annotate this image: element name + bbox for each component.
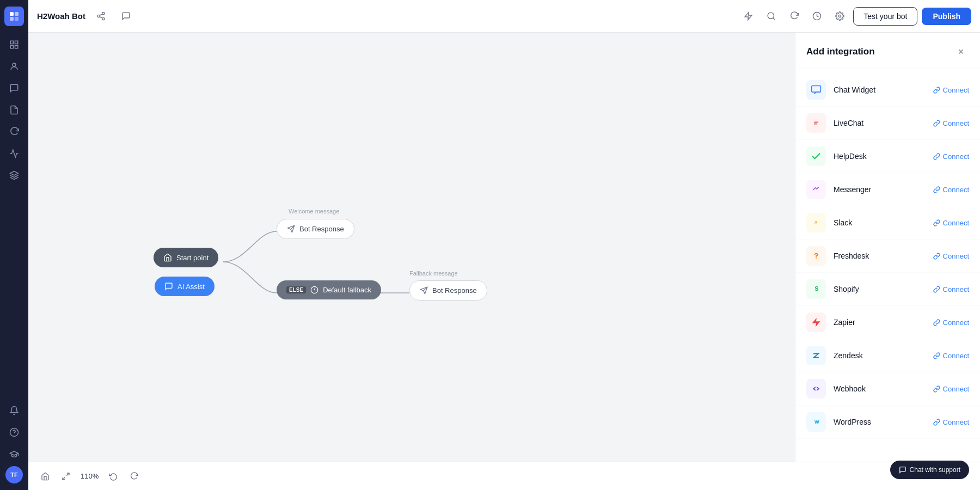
messenger-name: Messenger <box>834 185 926 194</box>
lightning-icon-button[interactable] <box>739 7 757 26</box>
integration-item-zapier[interactable]: Zapier Connect <box>795 306 980 339</box>
chat-icon-button[interactable] <box>117 7 136 26</box>
shopify-name: Shopify <box>834 285 926 293</box>
svg-line-44 <box>66 473 69 476</box>
svg-rect-4 <box>10 41 13 44</box>
sidebar-item-notifications[interactable] <box>4 401 24 420</box>
sidebar-item-contacts[interactable] <box>4 100 24 120</box>
sidebar-item-learn[interactable] <box>4 444 24 464</box>
svg-point-20 <box>838 15 841 17</box>
node-start-point[interactable]: Start point <box>154 248 218 267</box>
topbar: H2Woah Bot Test your bot Publish <box>28 0 980 33</box>
webhook-name: Webhook <box>834 384 926 393</box>
chat-widget-name: Chat Widget <box>834 85 926 94</box>
freshdesk-connect-button[interactable]: Connect <box>933 252 969 260</box>
svg-line-45 <box>63 477 65 480</box>
sidebar-item-dashboard[interactable] <box>4 35 24 54</box>
svg-point-8 <box>13 63 16 66</box>
integration-list: Chat Widget Connect LiveChat Connect <box>795 69 980 462</box>
integration-item-messenger[interactable]: Messenger Connect <box>795 173 980 206</box>
flow-connections <box>28 33 795 462</box>
zapier-name: Zapier <box>834 318 926 327</box>
slack-connect-button[interactable]: Connect <box>933 219 969 227</box>
node-bot-response-2[interactable]: Bot Response <box>409 280 487 301</box>
flow-icon-button[interactable] <box>92 7 111 26</box>
sidebar-item-analytics[interactable] <box>4 144 24 163</box>
livechat-icon <box>806 113 826 133</box>
sidebar-item-conversations[interactable] <box>4 78 24 98</box>
flow-canvas[interactable]: Welcome message Fallback message Start p… <box>28 33 795 462</box>
livechat-name: LiveChat <box>834 119 926 127</box>
integration-item-shopify[interactable]: S Shopify Connect <box>795 273 980 306</box>
wordpress-icon: W <box>806 412 826 432</box>
integration-item-helpdesk[interactable]: HelpDesk Connect <box>795 140 980 173</box>
undo-button[interactable] <box>105 468 121 485</box>
svg-text:#: # <box>814 220 817 225</box>
helpdesk-connect-button[interactable]: Connect <box>933 152 969 161</box>
sidebar-item-integrations[interactable] <box>4 166 24 185</box>
node-ai-assist[interactable]: AI Assist <box>155 277 215 296</box>
freshdesk-icon <box>806 246 826 266</box>
svg-point-17 <box>768 13 774 19</box>
svg-rect-7 <box>15 46 18 48</box>
zapier-icon <box>806 313 826 332</box>
svg-line-14 <box>100 17 102 19</box>
integration-item-zendesk[interactable]: Zendesk Connect <box>795 339 980 372</box>
svg-rect-0 <box>10 12 14 16</box>
chat-widget-connect-button[interactable]: Connect <box>933 86 969 94</box>
integration-item-slack[interactable]: # Slack Connect <box>795 206 980 240</box>
chat-support-button[interactable]: Chat with support <box>890 461 969 479</box>
main-content: H2Woah Bot Test your bot Publish <box>28 0 980 490</box>
expand-icon-button[interactable] <box>58 468 74 485</box>
cursor-icon-button[interactable] <box>785 7 803 26</box>
integration-item-livechat[interactable]: LiveChat Connect <box>795 107 980 140</box>
wordpress-name: WordPress <box>834 418 926 426</box>
messenger-connect-button[interactable]: Connect <box>933 186 969 194</box>
history-icon-button[interactable] <box>807 7 826 26</box>
publish-button[interactable]: Publish <box>922 8 971 25</box>
slack-icon: # <box>806 213 826 232</box>
svg-rect-28 <box>812 86 821 93</box>
helpdesk-name: HelpDesk <box>834 152 926 161</box>
svg-rect-2 <box>10 17 14 21</box>
fallback-label: Fallback message <box>409 270 458 277</box>
chat-widget-icon <box>806 80 826 100</box>
bottom-toolbar: 110% <box>28 462 980 490</box>
zapier-connect-button[interactable]: Connect <box>933 318 969 327</box>
sidebar-item-flows[interactable] <box>4 122 24 142</box>
svg-point-11 <box>102 12 105 14</box>
app-logo[interactable] <box>4 7 24 26</box>
integration-item-chat-widget[interactable]: Chat Widget Connect <box>795 74 980 107</box>
zendesk-icon <box>806 346 826 365</box>
redo-button[interactable] <box>126 468 142 485</box>
integration-item-webhook[interactable]: Webhook Connect <box>795 372 980 406</box>
zendesk-connect-button[interactable]: Connect <box>933 352 969 360</box>
integration-item-freshdesk[interactable]: Freshdesk Connect <box>795 240 980 273</box>
test-bot-button[interactable]: Test your bot <box>853 7 917 26</box>
panel-close-button[interactable]: × <box>953 44 969 60</box>
svg-line-15 <box>100 14 102 16</box>
sidebar-item-help[interactable] <box>4 422 24 442</box>
shopify-connect-button[interactable]: Connect <box>933 285 969 293</box>
webhook-icon <box>806 379 826 399</box>
search-icon-button[interactable] <box>762 7 780 26</box>
integration-item-wordpress[interactable]: W WordPress Connect <box>795 406 980 439</box>
sidebar-item-users[interactable] <box>4 57 24 76</box>
svg-rect-3 <box>15 17 19 21</box>
zoom-level: 110% <box>78 472 101 480</box>
node-default-fallback[interactable]: ELSE Default fallback <box>277 280 381 299</box>
home-icon-button[interactable] <box>37 468 53 485</box>
sidebar: TF <box>0 0 28 490</box>
user-avatar[interactable]: TF <box>5 466 23 483</box>
svg-point-35 <box>816 258 817 259</box>
sidebar-bottom: TF <box>4 401 24 483</box>
svg-rect-1 <box>15 12 19 16</box>
panel-title: Add integration <box>806 46 875 57</box>
webhook-connect-button[interactable]: Connect <box>933 385 969 393</box>
wordpress-connect-button[interactable]: Connect <box>933 418 969 426</box>
svg-text:W: W <box>814 419 819 425</box>
livechat-connect-button[interactable]: Connect <box>933 119 969 127</box>
node-bot-response-1[interactable]: Bot Response <box>277 219 354 239</box>
svg-point-13 <box>102 17 105 20</box>
settings-icon-button[interactable] <box>830 7 849 26</box>
